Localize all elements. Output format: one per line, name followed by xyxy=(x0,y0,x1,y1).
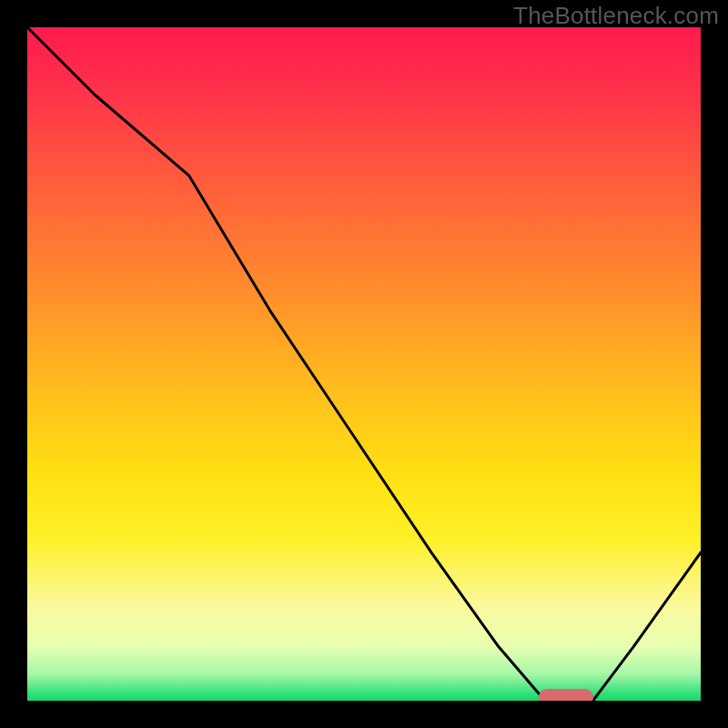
optimal-marker xyxy=(539,689,592,701)
watermark-text: TheBottleneck.com xyxy=(513,2,719,30)
bottleneck-curve xyxy=(27,27,701,701)
plot-area xyxy=(27,27,701,701)
curve-path xyxy=(27,27,701,701)
chart-frame: TheBottleneck.com xyxy=(0,0,728,728)
